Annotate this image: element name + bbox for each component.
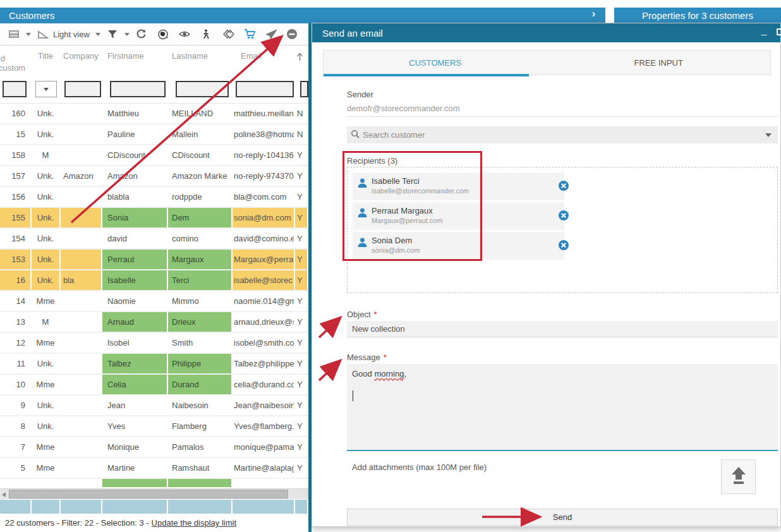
table-row[interactable]: 5MmeMartineRamshautMartine@alaplagY xyxy=(0,458,308,479)
cell-fn[interactable]: blabla xyxy=(102,187,168,207)
scrollbar-thumb[interactable] xyxy=(9,490,288,499)
cell-ln[interactable]: Amazon Marke xyxy=(168,166,233,186)
minimize-button[interactable]: _ xyxy=(761,25,766,35)
cell-company[interactable] xyxy=(61,375,102,394)
view-selector-caret-icon[interactable] xyxy=(95,33,100,36)
cell-email[interactable]: poline38@hotma xyxy=(233,124,295,144)
cell-company[interactable] xyxy=(61,333,102,353)
column-header-company[interactable]: Company xyxy=(61,46,102,75)
object-input[interactable]: New collection xyxy=(347,321,778,337)
cell-company[interactable]: bla xyxy=(61,270,102,290)
cell-ln[interactable]: Mallein xyxy=(168,124,233,144)
column-header-lastname[interactable]: Lastname xyxy=(168,46,233,75)
search-dropdown-caret-icon[interactable] xyxy=(765,133,772,137)
cell-fn[interactable]: Pauline xyxy=(102,124,168,144)
dialog-header[interactable]: Send an email _ xyxy=(312,23,780,42)
table-row[interactable]: 15Unk.PaulineMalleinpoline38@hotmaN xyxy=(0,124,308,145)
cell-news[interactable]: Y xyxy=(295,396,308,415)
cell-ln[interactable]: Drieux xyxy=(168,312,233,332)
table-row[interactable]: 155Unk.SoniaDemsonia@dm.comY xyxy=(0,208,308,229)
cell-title[interactable]: Unk. xyxy=(32,124,61,144)
filter-input-id[interactable] xyxy=(3,81,27,97)
cart-icon[interactable] xyxy=(244,28,257,40)
partial-row[interactable] xyxy=(0,479,308,487)
cell-news[interactable]: Y xyxy=(295,166,308,186)
cell-title[interactable]: Unk. xyxy=(32,354,61,373)
cell-ln[interactable]: Pamalos xyxy=(168,437,233,457)
cell-ln[interactable]: Terci xyxy=(168,270,233,290)
cell-company[interactable] xyxy=(61,187,102,207)
cell-title[interactable]: Unk. xyxy=(32,396,61,415)
view-dropdown-caret-icon[interactable] xyxy=(26,33,31,36)
cell-fn[interactable]: Jean xyxy=(102,396,168,415)
table-row[interactable]: 8Unk.YvesFlambergYves@flamberg.Y xyxy=(0,416,308,437)
cell-ln[interactable]: Durand xyxy=(168,375,233,394)
cell-news[interactable]: Y xyxy=(295,270,308,290)
cell-fn[interactable]: david xyxy=(102,229,168,248)
cell-ln[interactable]: Philippe xyxy=(168,354,233,373)
cell-ln[interactable]: CDiscount xyxy=(168,145,233,165)
cell-email[interactable]: Margaux@perra xyxy=(233,250,295,269)
cell-news[interactable]: N xyxy=(295,104,308,123)
cell-company[interactable] xyxy=(61,354,102,373)
cell-id[interactable]: 16 xyxy=(0,270,32,290)
cell-fn[interactable]: Yves xyxy=(102,416,168,436)
cell-company[interactable] xyxy=(61,416,102,436)
tags-icon[interactable] xyxy=(221,28,234,40)
cell-company[interactable] xyxy=(61,437,102,457)
cell-id[interactable]: 7 xyxy=(0,437,32,457)
cell-email[interactable]: celia@durand.co xyxy=(233,375,295,394)
cell-company[interactable] xyxy=(61,312,102,332)
table-row[interactable]: 154Unk.davidcominodavid@comino.eY xyxy=(0,229,308,250)
scroll-left-arrow-icon[interactable] xyxy=(2,492,6,497)
cell-fn[interactable]: Sonia xyxy=(102,208,168,227)
cell-fn[interactable]: Monique xyxy=(102,437,168,457)
cell-email[interactable]: bla@com.com xyxy=(233,187,295,207)
filter-caret-icon[interactable] xyxy=(124,33,130,36)
cell-id[interactable]: 8 xyxy=(0,416,32,436)
cell-title[interactable]: Unk. xyxy=(32,270,61,290)
cell-news[interactable]: Y xyxy=(295,458,308,478)
cell-id[interactable]: 153 xyxy=(0,250,32,269)
cell-email[interactable]: monique@pama xyxy=(233,437,295,457)
send-email-plane-icon[interactable] xyxy=(265,28,278,40)
cell-title[interactable]: Mme xyxy=(32,437,61,457)
cell-email[interactable]: isobel@smith.co xyxy=(233,333,295,353)
cell-news[interactable]: Y xyxy=(295,416,308,436)
cell-title[interactable]: Unk. xyxy=(32,229,61,248)
remove-recipient-button[interactable] xyxy=(558,180,569,191)
recipient-item[interactable]: Sonia Demsonia@dm.com xyxy=(353,232,564,260)
table-row[interactable]: 13MArnaudDrieuxarnaud.drieux@sY xyxy=(0,312,308,333)
table-row[interactable]: 12MmeIsobelSmithisobel@smith.coY xyxy=(0,333,308,354)
cell-email[interactable]: arnaud.drieux@s xyxy=(233,312,295,332)
collapse-chevron-icon[interactable]: › xyxy=(592,8,595,20)
cell-ln[interactable]: Flamberg xyxy=(168,416,233,436)
cell-title[interactable]: Unk. xyxy=(32,187,61,207)
table-row[interactable]: 158MCDiscountCDiscountno-reply-104136:Y xyxy=(0,145,308,166)
cell-fn[interactable]: Isobel xyxy=(102,333,168,353)
recipients-dropzone[interactable]: Isabelle Terciisabelle@storecommander.co… xyxy=(347,167,778,293)
cell-ln[interactable]: Mimmo xyxy=(168,291,233,311)
column-header-firstname[interactable]: Firstname xyxy=(102,46,168,75)
view-cards-icon[interactable] xyxy=(8,28,20,40)
cell-email[interactable]: naomie.014@gm xyxy=(233,291,295,311)
filter-input-company[interactable] xyxy=(64,81,101,97)
send-button[interactable]: Send xyxy=(347,509,778,526)
cell-news[interactable]: N xyxy=(295,124,308,144)
cell-news[interactable]: Y xyxy=(295,187,308,207)
cell-ln[interactable]: Smith xyxy=(168,333,233,353)
refresh-icon[interactable] xyxy=(135,28,148,40)
cell-id[interactable]: 12 xyxy=(0,333,32,353)
cell-ln[interactable]: Margaux xyxy=(168,250,233,269)
cell-ln[interactable]: Ramshaut xyxy=(168,458,233,478)
cell-title[interactable]: M xyxy=(32,145,61,165)
cell-company[interactable] xyxy=(61,229,102,248)
cell-title[interactable]: Unk. xyxy=(32,166,61,186)
cell-news[interactable]: Y xyxy=(295,354,308,373)
cell-fn[interactable]: Matthieu xyxy=(102,104,168,123)
table-row[interactable]: 14MmeNaomieMimmonaomie.014@gmY xyxy=(0,291,308,312)
cell-email[interactable]: david@comino.e xyxy=(233,229,295,248)
update-display-limit-link[interactable]: Update the display limit xyxy=(152,518,236,528)
cell-id[interactable]: 158 xyxy=(0,145,32,165)
table-row[interactable]: 160Unk.MatthieuMEILLANDmatthieu.meillanN xyxy=(0,104,308,124)
